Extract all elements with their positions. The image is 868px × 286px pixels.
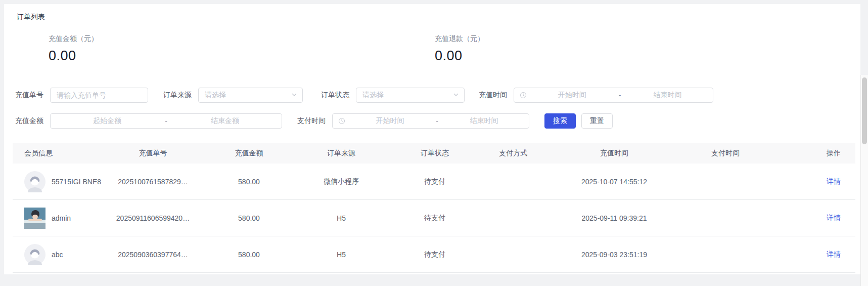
order-no: 20250911606599420… (106, 214, 200, 222)
filter-bar: 充值单号 订单来源 请选择 订单状态 请选择 充值时间 开始时间 - 结束时间 … (15, 88, 713, 139)
recharge-time-end-placeholder[interactable]: 结束时间 (622, 91, 713, 100)
amount: 580.00 (200, 251, 298, 259)
member-name: admin (52, 214, 71, 222)
recharge-amount-range[interactable]: 起始金额 - 结束金额 (50, 113, 282, 129)
col-pay-method: 支付方式 (485, 149, 541, 158)
status: 待支付 (384, 250, 485, 259)
col-pay-time: 支付时间 (688, 149, 763, 158)
search-button[interactable]: 搜索 (544, 113, 576, 129)
table-row: admin 20250911606599420… 580.00 H5 待支付 2… (13, 200, 855, 236)
stat-recharge-refund-label: 充值退款（元） (435, 34, 484, 44)
chevron-down-icon (453, 91, 459, 99)
source: 微信小程序 (298, 177, 384, 186)
stat-recharge-amount-value: 0.00 (49, 48, 98, 64)
pay-time-label: 支付时间 (297, 116, 326, 126)
col-action: 操作 (763, 149, 855, 158)
pay-time-range-picker[interactable]: 开始时间 - 结束时间 (332, 113, 529, 129)
default-avatar (24, 171, 45, 192)
order-no: 2025090360397764… (106, 251, 200, 259)
order-source-label: 订单来源 (163, 91, 192, 100)
order-status-placeholder: 请选择 (362, 91, 384, 100)
col-member: 会员信息 (13, 149, 106, 158)
member-cell: 55715IGLBNE8 (13, 171, 106, 192)
table-row: abc 2025090360397764… 580.00 H5 待支付 2025… (13, 236, 855, 273)
recharge-no-label: 充值单号 (15, 91, 43, 100)
order-no: 2025100761587829… (106, 178, 200, 186)
recharge-time: 2025-09-03 23:51:19 (541, 251, 688, 259)
table-header: 会员信息 充值单号 充值金额 订单来源 订单状态 支付方式 充值时间 支付时间 … (13, 143, 855, 164)
detail-link[interactable]: 详情 (827, 177, 841, 185)
chevron-down-icon (291, 91, 297, 99)
col-recharge-time: 充值时间 (541, 149, 688, 158)
recharge-time-start-placeholder[interactable]: 开始时间 (527, 91, 618, 100)
col-status: 订单状态 (384, 149, 485, 158)
col-source: 订单来源 (298, 149, 384, 158)
range-separator: - (435, 117, 439, 125)
stat-recharge-refund-value: 0.00 (435, 48, 484, 64)
clock-icon (520, 92, 527, 99)
scrollbar-track[interactable] (860, 75, 868, 286)
source: H5 (298, 251, 384, 259)
stat-recharge-amount-label: 充值金额（元） (49, 34, 98, 44)
source: H5 (298, 214, 384, 222)
order-status-select[interactable]: 请选择 (356, 88, 465, 103)
range-separator: - (618, 91, 622, 99)
order-source-select[interactable]: 请选择 (198, 88, 303, 103)
member-name: abc (52, 251, 63, 259)
default-avatar (24, 244, 45, 265)
status: 待支付 (384, 177, 485, 186)
order-list-panel: 订单列表 充值金额（元） 0.00 充值退款（元） 0.00 充值单号 订单来源… (4, 4, 860, 274)
amount: 580.00 (200, 178, 298, 186)
pay-time-start-placeholder[interactable]: 开始时间 (345, 116, 435, 126)
stat-recharge-amount: 充值金额（元） 0.00 (49, 34, 98, 64)
col-amount: 充值金额 (200, 149, 298, 158)
col-order-no: 充值单号 (106, 149, 200, 158)
order-status-label: 订单状态 (321, 91, 349, 100)
status: 待支付 (384, 214, 485, 223)
recharge-time-label: 充值时间 (479, 91, 507, 100)
pay-time-end-placeholder[interactable]: 结束时间 (439, 116, 529, 126)
recharge-time: 2025-10-07 14:55:12 (541, 178, 688, 186)
amount-start-placeholder[interactable]: 起始金额 (51, 116, 164, 126)
filter-row-1: 充值单号 订单来源 请选择 订单状态 请选择 充值时间 开始时间 - 结束时间 (15, 88, 713, 103)
photo-avatar (24, 208, 45, 229)
recharge-amount-label: 充值金额 (15, 116, 43, 126)
member-name: 55715IGLBNE8 (52, 178, 101, 186)
detail-link[interactable]: 详情 (827, 214, 841, 222)
reset-button[interactable]: 重置 (581, 113, 613, 129)
member-cell: admin (13, 208, 106, 229)
recharge-time: 2025-09-11 09:39:21 (541, 214, 688, 222)
scrollbar-thumb[interactable] (862, 77, 867, 144)
order-source-placeholder: 请选择 (205, 91, 226, 100)
clock-icon (338, 117, 345, 125)
page-title: 订单列表 (17, 13, 45, 22)
range-separator: - (164, 117, 168, 125)
detail-link[interactable]: 详情 (827, 250, 841, 258)
amount-end-placeholder[interactable]: 结束金额 (168, 116, 282, 126)
stat-recharge-refund: 充值退款（元） 0.00 (435, 34, 484, 64)
recharge-time-range-picker[interactable]: 开始时间 - 结束时间 (514, 88, 713, 103)
filter-row-2: 充值金额 起始金额 - 结束金额 支付时间 开始时间 - 结束时间 搜索 重置 (15, 113, 713, 129)
recharge-no-input[interactable] (50, 88, 148, 103)
member-cell: abc (13, 244, 106, 265)
amount: 580.00 (200, 214, 298, 222)
orders-table: 会员信息 充值单号 充值金额 订单来源 订单状态 支付方式 充值时间 支付时间 … (13, 143, 855, 273)
table-row: 55715IGLBNE8 2025100761587829… 580.00 微信… (13, 164, 855, 200)
